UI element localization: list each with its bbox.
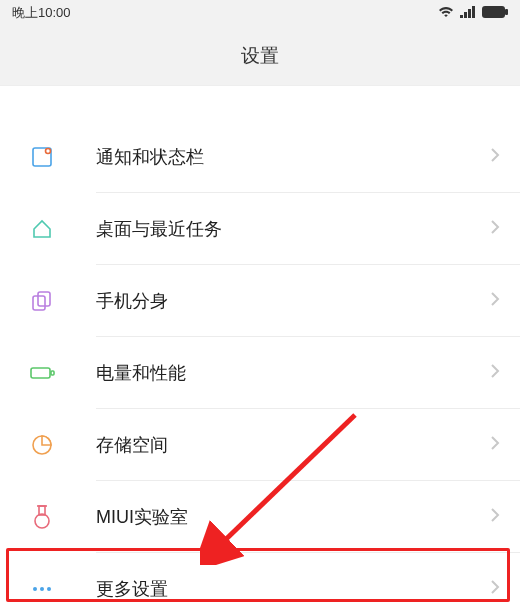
- list-item-more[interactable]: 更多设置: [0, 553, 520, 606]
- svg-rect-10: [31, 368, 50, 378]
- settings-list: 通知和状态栏 桌面与最近任务 手机分身 电量和性能: [0, 86, 520, 606]
- clone-icon: [28, 287, 56, 315]
- svg-rect-3: [472, 6, 475, 18]
- list-item-lab[interactable]: MIUI实验室: [0, 481, 520, 553]
- list-item-label: MIUI实验室: [96, 505, 490, 529]
- battery-status-icon: [482, 6, 508, 21]
- battery-icon: [28, 359, 56, 387]
- svg-point-13: [35, 514, 49, 528]
- list-item-notifications[interactable]: 通知和状态栏: [0, 121, 520, 193]
- svg-point-18: [47, 587, 51, 591]
- svg-rect-0: [460, 15, 463, 18]
- chevron-right-icon: [490, 291, 500, 311]
- lab-icon: [28, 503, 56, 531]
- list-item-clone[interactable]: 手机分身: [0, 265, 520, 337]
- status-icons: [438, 6, 508, 21]
- signal-icon: [460, 6, 476, 21]
- chevron-right-icon: [490, 507, 500, 527]
- storage-icon: [28, 431, 56, 459]
- chevron-right-icon: [490, 363, 500, 383]
- svg-rect-9: [38, 292, 50, 306]
- list-item-label: 通知和状态栏: [96, 145, 490, 169]
- svg-rect-11: [51, 371, 54, 375]
- home-icon: [28, 215, 56, 243]
- svg-rect-8: [33, 296, 45, 310]
- list-item-battery[interactable]: 电量和性能: [0, 337, 520, 409]
- svg-point-7: [46, 149, 51, 154]
- list-item-home[interactable]: 桌面与最近任务: [0, 193, 520, 265]
- svg-point-16: [33, 587, 37, 591]
- page-header: 设置: [0, 26, 520, 86]
- list-item-label: 手机分身: [96, 289, 490, 313]
- notification-icon: [28, 143, 56, 171]
- chevron-right-icon: [490, 579, 500, 599]
- svg-rect-1: [464, 12, 467, 18]
- chevron-right-icon: [490, 219, 500, 239]
- list-item-storage[interactable]: 存储空间: [0, 409, 520, 481]
- page-title: 设置: [241, 43, 279, 69]
- status-bar: 晚上10:00: [0, 0, 520, 26]
- more-icon: [28, 575, 56, 603]
- svg-rect-4: [482, 6, 505, 18]
- list-item-label: 桌面与最近任务: [96, 217, 490, 241]
- svg-rect-2: [468, 9, 471, 18]
- list-item-label: 存储空间: [96, 433, 490, 457]
- svg-rect-5: [505, 9, 508, 15]
- chevron-right-icon: [490, 147, 500, 167]
- wifi-icon: [438, 6, 454, 21]
- chevron-right-icon: [490, 435, 500, 455]
- list-item-label: 更多设置: [96, 577, 490, 601]
- status-time: 晚上10:00: [12, 4, 71, 22]
- list-item-label: 电量和性能: [96, 361, 490, 385]
- svg-point-17: [40, 587, 44, 591]
